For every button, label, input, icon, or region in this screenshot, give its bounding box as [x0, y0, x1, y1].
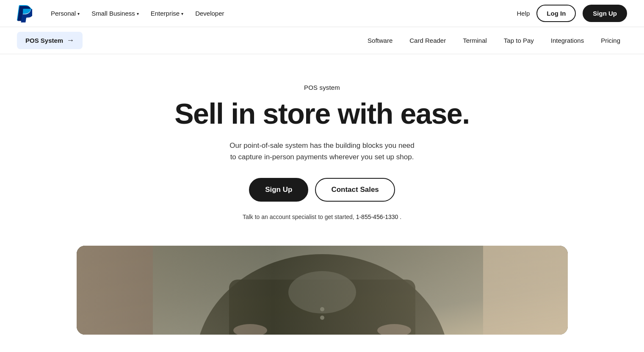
hero-signup-button[interactable]: Sign Up [249, 178, 308, 202]
hero-phone-link[interactable]: 1-855-456-1330 [356, 213, 398, 220]
secondary-nav-terminal[interactable]: Terminal [456, 33, 494, 47]
top-navigation: Personal ▾ Small Business ▾ Enterprise ▾… [0, 0, 644, 27]
hero-eyebrow: POS system [304, 84, 340, 91]
login-button[interactable]: Log In [536, 5, 576, 22]
chevron-down-icon: ▾ [137, 11, 139, 16]
hero-image-container [60, 246, 585, 335]
hero-image [77, 246, 568, 335]
hero-image-overlay [77, 246, 568, 335]
chevron-down-icon: ▾ [77, 11, 80, 16]
nav-small-business[interactable]: Small Business ▾ [86, 6, 144, 20]
nav-enterprise[interactable]: Enterprise ▾ [146, 6, 188, 20]
arrow-right-icon: → [66, 36, 74, 45]
secondary-nav-links: Software Card Reader Terminal Tap to Pay… [361, 33, 627, 47]
secondary-navigation: POS System → Software Card Reader Termin… [0, 27, 644, 54]
hero-phone-text: Talk to an account specialist to get sta… [243, 213, 401, 220]
top-nav-links: Personal ▾ Small Business ▾ Enterprise ▾… [46, 6, 229, 20]
hero-buttons: Sign Up Contact Sales [249, 178, 395, 202]
nav-personal[interactable]: Personal ▾ [46, 6, 85, 20]
top-nav-right: Help Log In Sign Up [517, 5, 627, 22]
secondary-nav-tap-to-pay[interactable]: Tap to Pay [497, 33, 541, 47]
hero-section: POS system Sell in store with ease. Our … [0, 54, 644, 246]
nav-developer[interactable]: Developer [190, 6, 229, 20]
hero-person-image [77, 246, 568, 335]
hero-title: Sell in store with ease. [174, 98, 470, 130]
secondary-nav-card-reader[interactable]: Card Reader [403, 33, 453, 47]
hero-contact-button[interactable]: Contact Sales [315, 178, 395, 202]
paypal-logo[interactable] [17, 5, 32, 22]
secondary-nav-software[interactable]: Software [361, 33, 399, 47]
hero-subtitle: Our point-of-sale system has the buildin… [229, 140, 415, 163]
secondary-nav-integrations[interactable]: Integrations [544, 33, 591, 47]
pos-system-button[interactable]: POS System → [17, 32, 83, 49]
secondary-nav-pricing[interactable]: Pricing [594, 33, 627, 47]
top-nav-left: Personal ▾ Small Business ▾ Enterprise ▾… [17, 5, 229, 22]
chevron-down-icon: ▾ [181, 11, 183, 16]
signup-button-top[interactable]: Sign Up [583, 5, 627, 22]
help-link[interactable]: Help [517, 10, 530, 17]
